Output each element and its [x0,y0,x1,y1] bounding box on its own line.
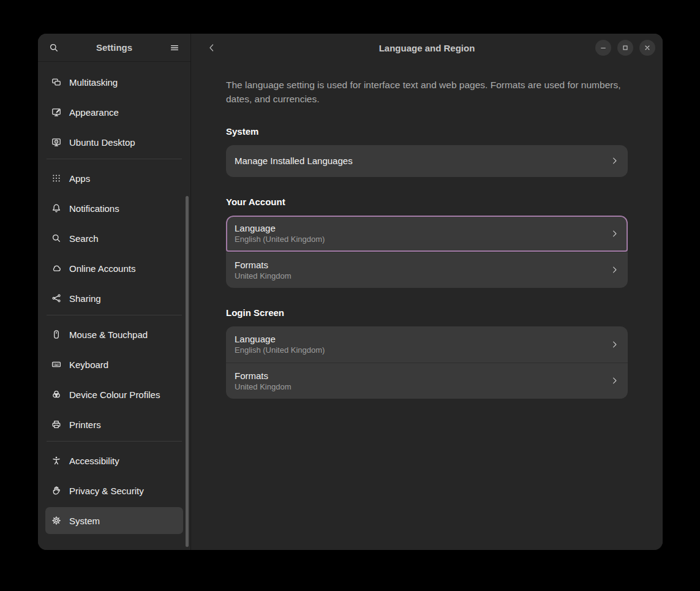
row-texts: LanguageEnglish (United Kingdom) [235,334,610,355]
sidebar-item-printers[interactable]: Printers [45,411,183,438]
sidebar-item-label: Multitasking [69,77,118,88]
sidebar-group-divider [47,159,182,159]
row-title: Language [235,223,610,233]
sidebar-title: Settings [61,42,167,53]
ubuntu-desktop-icon [51,137,61,147]
sidebar-item-notifications[interactable]: Notifications [45,195,183,222]
section-title: System [226,126,628,137]
sidebar-item-device-colour-profiles[interactable]: Device Colour Profiles [45,381,183,408]
sidebar-item-ubuntu-desktop[interactable]: Ubuntu Desktop [45,129,183,156]
sidebar-header: Settings [38,34,190,62]
row-texts: FormatsUnited Kingdom [235,260,610,280]
search-icon[interactable] [47,40,61,55]
chevron-right-icon [610,265,619,274]
window-controls [595,40,655,56]
sidebar-item-label: Accessibility [69,456,119,466]
main-scroll-area: The language setting is used for interfa… [191,62,663,550]
section-system: SystemManage Installed Languages [226,126,628,177]
row-subtitle: English (United Kingdom) [235,235,610,244]
sidebar-item-label: Search [69,233,99,244]
chevron-right-icon [610,340,619,349]
sharing-icon [51,293,61,303]
row-subtitle: English (United Kingdom) [235,345,610,355]
notifications-icon [51,203,61,213]
sidebar-item-label: Notifications [69,203,119,214]
section-your-account: Your AccountLanguageEnglish (United King… [226,197,628,288]
sidebar-item-label: Appearance [69,107,119,118]
sidebar-item-apps[interactable]: Apps [45,165,183,192]
row-texts: FormatsUnited Kingdom [235,371,610,391]
printers-icon [51,420,61,429]
sidebar-item-search[interactable]: Search [45,225,183,252]
row-title: Formats [235,371,610,381]
sidebar-nav: MultitaskingAppearanceUbuntu DesktopApps… [38,62,190,550]
sidebar-item-online-accounts[interactable]: Online Accounts [45,255,183,282]
settings-row-manage-installed-languages[interactable]: Manage Installed Languages [226,145,628,177]
accessibility-icon [51,456,61,465]
row-title: Formats [235,260,610,270]
settings-card: LanguageEnglish (United Kingdom)FormatsU… [226,326,628,399]
sidebar-item-multitasking[interactable]: Multitasking [45,69,183,96]
row-subtitle: United Kingdom [235,271,610,280]
appearance-icon [51,107,61,117]
row-title: Language [235,334,610,344]
sidebar-item-system[interactable]: System [45,507,183,534]
chevron-right-icon [610,156,619,165]
settings-card: Manage Installed Languages [226,145,628,177]
row-title: Manage Installed Languages [235,156,610,166]
headerbar: Language and Region [191,34,663,62]
privacy-icon [51,486,61,495]
page-title: Language and Region [191,43,663,53]
sidebar-item-sharing[interactable]: Sharing [45,285,183,312]
maximize-button[interactable] [617,40,633,56]
sidebar-item-accessibility[interactable]: Accessibility [45,447,183,474]
settings-row-formats[interactable]: FormatsUnited Kingdom [226,252,628,288]
mouse-icon [51,329,61,339]
sidebar-group-divider [47,441,182,442]
sidebar-item-label: Online Accounts [69,263,135,274]
settings-row-formats[interactable]: FormatsUnited Kingdom [226,363,628,399]
sidebar-item-keyboard[interactable]: Keyboard [45,351,183,378]
multitasking-icon [51,77,61,87]
keyboard-icon [51,359,61,369]
system-icon [51,516,61,525]
section-title: Login Screen [226,307,628,318]
back-button[interactable] [203,39,220,56]
sidebar-item-label: Mouse & Touchpad [69,329,148,340]
content-pane: Language and Region The language setting… [191,34,663,550]
search-icon [51,233,61,243]
sidebar-group-divider [47,315,182,315]
sidebar-item-privacy-security[interactable]: Privacy & Security [45,477,183,504]
section-title: Your Account [226,197,628,207]
sections-container: SystemManage Installed LanguagesYour Acc… [226,126,628,399]
sidebar-item-label: Device Colour Profiles [69,390,160,400]
sidebar-item-label: System [69,516,100,526]
row-texts: LanguageEnglish (United Kingdom) [235,223,610,244]
chevron-right-icon [610,376,619,385]
section-login-screen: Login ScreenLanguageEnglish (United King… [226,307,628,399]
color-profiles-icon [51,390,61,399]
sidebar-item-label: Privacy & Security [69,486,144,496]
row-texts: Manage Installed Languages [235,156,610,166]
sidebar-item-mouse-touchpad[interactable]: Mouse & Touchpad [45,321,183,348]
sidebar-item-label: Ubuntu Desktop [69,137,135,148]
settings-row-language[interactable]: LanguageEnglish (United Kingdom) [226,326,628,363]
minimize-button[interactable] [595,40,611,56]
sidebar-item-label: Keyboard [69,359,108,370]
settings-row-language[interactable]: LanguageEnglish (United Kingdom) [226,216,628,252]
row-subtitle: United Kingdom [235,382,610,391]
page-description: The language setting is used for interfa… [226,78,628,107]
settings-window: Settings MultitaskingAppearanceUbuntu De… [38,34,663,550]
sidebar-item-label: Apps [69,173,90,184]
sidebar-item-label: Sharing [69,293,101,304]
settings-card: LanguageEnglish (United Kingdom)FormatsU… [226,216,628,288]
close-button[interactable] [639,40,655,56]
online-accounts-icon [51,263,61,273]
apps-icon [51,173,61,183]
hamburger-menu-icon[interactable] [167,40,182,55]
chevron-right-icon [610,229,619,238]
sidebar-item-label: Printers [69,420,101,430]
sidebar: Settings MultitaskingAppearanceUbuntu De… [38,34,191,550]
sidebar-scrollbar[interactable] [186,196,189,547]
sidebar-item-appearance[interactable]: Appearance [45,99,183,126]
